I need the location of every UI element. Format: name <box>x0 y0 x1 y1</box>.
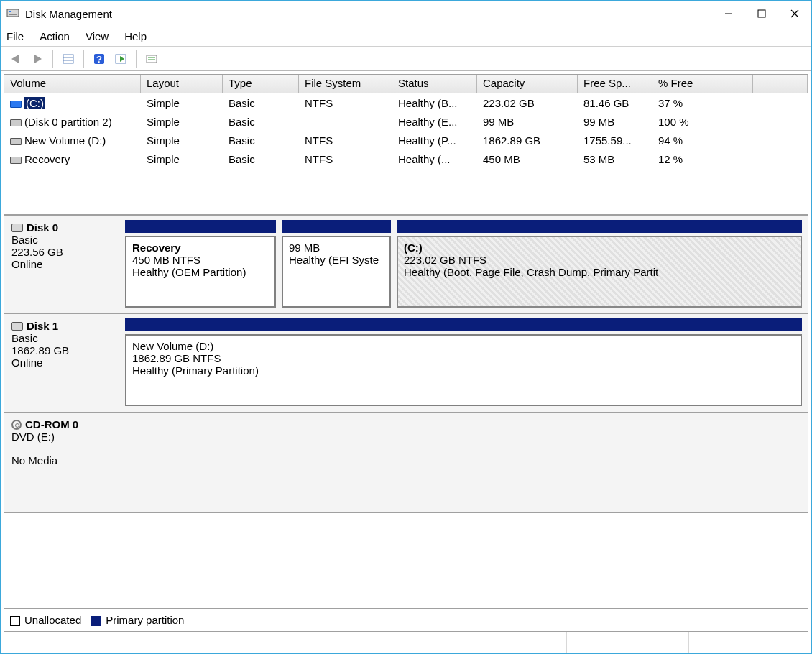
disk1-state: Online <box>11 356 111 369</box>
disk1-name: Disk 1 <box>27 320 58 332</box>
back-button[interactable] <box>5 49 27 69</box>
partition-cap <box>125 220 276 233</box>
svg-rect-1 <box>9 11 11 12</box>
cell: Basic <box>223 97 299 109</box>
table-row[interactable]: (C:)SimpleBasicNTFSHealthy (B...223.02 G… <box>4 93 808 112</box>
cell: NTFS <box>299 97 392 109</box>
minimize-button[interactable] <box>712 3 745 24</box>
toolbar: ? <box>1 47 811 71</box>
disk0-name: Disk 0 <box>27 221 58 234</box>
cd-icon <box>11 420 22 430</box>
cell: NTFS <box>299 153 392 165</box>
list-icon[interactable] <box>141 49 162 69</box>
table-row[interactable]: (Disk 0 partition 2)SimpleBasicHealthy (… <box>4 112 808 131</box>
table-row[interactable]: RecoverySimpleBasicNTFSHealthy (...450 M… <box>4 149 808 168</box>
disk-icon <box>11 322 23 331</box>
cell: 99 MB <box>477 116 578 128</box>
cell: 99 MB <box>578 116 652 128</box>
disk1-type: Basic <box>11 332 111 344</box>
disk1-size: 1862.89 GB <box>11 344 111 356</box>
maximize-button[interactable] <box>745 3 778 24</box>
disk0-state: Online <box>11 258 111 270</box>
menu-action[interactable]: Action <box>40 30 70 42</box>
col-pctfree[interactable]: % Free <box>652 75 753 93</box>
cell: Simple <box>141 134 223 147</box>
svg-rect-0 <box>7 9 19 17</box>
col-free[interactable]: Free Sp... <box>578 75 652 93</box>
partition-cap <box>397 220 802 233</box>
content-frame: Volume Layout Type File System Status Ca… <box>4 74 808 632</box>
menu-help[interactable]: Help <box>124 30 147 42</box>
cell: 450 MB <box>477 153 578 165</box>
table-row[interactable]: New Volume (D:)SimpleBasicNTFSHealthy (P… <box>4 131 808 149</box>
app-icon <box>6 7 19 20</box>
menu-file[interactable]: File <box>6 30 24 42</box>
legend-primary: Primary partition <box>91 614 184 626</box>
col-type[interactable]: Type <box>223 75 299 93</box>
partition-cap <box>125 318 802 331</box>
titlebar: Disk Management <box>1 1 811 27</box>
cell: Basic <box>223 134 299 147</box>
svg-rect-13 <box>147 55 157 63</box>
svg-rect-4 <box>758 10 765 17</box>
disk-row-0[interactable]: Disk 0 Basic 223.56 GB Online Recovery 4… <box>4 216 808 314</box>
col-volume[interactable]: Volume <box>4 75 141 93</box>
menubar: File Action View Help <box>1 27 811 47</box>
partition-c[interactable]: (C:) 223.02 GB NTFS Healthy (Boot, Page … <box>397 236 802 308</box>
menu-view[interactable]: View <box>86 30 109 42</box>
legend-unallocated: Unallocated <box>10 614 81 626</box>
window-title: Disk Management <box>25 8 112 20</box>
cell: 81.46 GB <box>578 97 652 109</box>
partition-recovery[interactable]: Recovery 450 MB NTFS Healthy (OEM Partit… <box>125 236 276 308</box>
statusbar <box>1 632 811 653</box>
svg-text:?: ? <box>96 54 102 65</box>
cell: 12 % <box>652 153 753 165</box>
disk0-info: Disk 0 Basic 223.56 GB Online <box>4 216 119 313</box>
col-status[interactable]: Status <box>392 75 477 93</box>
refresh-icon[interactable] <box>110 49 132 69</box>
disk0-size: 223.56 GB <box>11 246 111 258</box>
cell: Simple <box>141 116 223 128</box>
cell: 1755.59... <box>578 134 652 147</box>
cell: Healthy (P... <box>392 134 477 147</box>
partition-cap <box>282 220 391 233</box>
status-cell-3 <box>689 632 811 653</box>
cell: 53 MB <box>578 153 652 165</box>
disk0-type: Basic <box>11 234 111 246</box>
col-layout[interactable]: Layout <box>141 75 223 93</box>
cell: 1862.89 GB <box>477 134 578 147</box>
svg-rect-7 <box>63 55 73 63</box>
properties-icon[interactable] <box>57 49 79 69</box>
cell: Simple <box>141 153 223 165</box>
disk-map: Disk 0 Basic 223.56 GB Online Recovery 4… <box>4 216 808 608</box>
partition-efi[interactable]: 99 MB Healthy (EFI Syste <box>282 236 391 308</box>
col-capacity[interactable]: Capacity <box>477 75 578 93</box>
cell: Simple <box>141 97 223 109</box>
cdrom-name: CD-ROM 0 <box>25 418 78 430</box>
cell: Recovery <box>4 153 141 165</box>
disk-row-1[interactable]: Disk 1 Basic 1862.89 GB Online New Volum… <box>4 314 808 413</box>
cell: (C:) <box>4 97 141 109</box>
disk-icon <box>11 224 23 232</box>
legend: Unallocated Primary partition <box>4 608 808 631</box>
help-icon[interactable]: ? <box>88 49 110 69</box>
status-cell-2 <box>567 632 689 653</box>
cell: 94 % <box>652 134 753 147</box>
forward-button[interactable] <box>27 49 48 69</box>
partition-d[interactable]: New Volume (D:) 1862.89 GB NTFS Healthy … <box>125 334 802 406</box>
cdrom-media: No Media <box>11 454 111 466</box>
cell: Healthy (... <box>392 153 477 165</box>
disk1-body: New Volume (D:) 1862.89 GB NTFS Healthy … <box>119 314 808 412</box>
cdrom-row[interactable]: CD-ROM 0 DVD (E:) No Media <box>4 413 808 513</box>
disk1-info: Disk 1 Basic 1862.89 GB Online <box>4 314 119 412</box>
col-filesystem[interactable]: File System <box>299 75 392 93</box>
cdrom-info: CD-ROM 0 DVD (E:) No Media <box>4 413 119 512</box>
status-cell-1 <box>1 632 567 653</box>
svg-rect-2 <box>9 14 17 15</box>
close-button[interactable] <box>778 3 811 24</box>
volume-table-header: Volume Layout Type File System Status Ca… <box>4 75 808 93</box>
cell: Basic <box>223 116 299 128</box>
cell: (Disk 0 partition 2) <box>4 116 141 128</box>
cell: Healthy (E... <box>392 116 477 128</box>
cell: 100 % <box>652 116 753 128</box>
